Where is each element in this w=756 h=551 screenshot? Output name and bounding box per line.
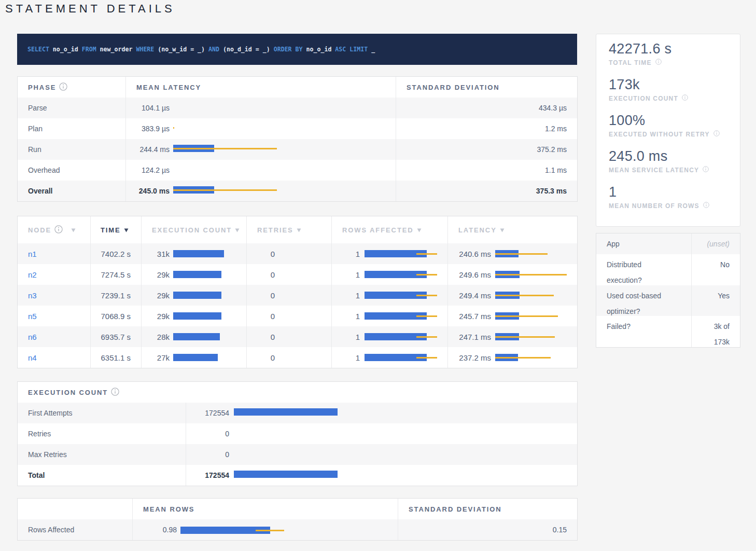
stddev-line [173,127,174,129]
stddev-line [416,336,437,338]
stat-value: 42271.6 s [609,40,727,58]
info-icon[interactable] [59,82,67,92]
node-retries-cell: 0 [246,243,331,264]
stddev-line [416,274,437,276]
stddev-line [416,315,437,317]
node-table-header-rows-affected[interactable]: ROWS AFFECTED [331,216,447,243]
node-row-n5: n5 7068.9 s 29k 0 1 245.7 ms [18,306,577,326]
rows-affected-bar [365,285,442,306]
stddev-value: 1.2 ms [396,118,577,139]
rows-affected-value: 1 [342,270,360,279]
mean-bar [173,292,221,299]
node-table-header-execution-count[interactable]: EXECUTION COUNT [141,216,246,243]
node-link[interactable]: n2 [28,270,37,279]
node-time: 7274.5 s [90,264,141,285]
info-icon[interactable] [655,58,662,67]
mean-latency-cell: 245.0 ms [125,181,396,201]
execution-count-value: 31k [152,250,170,258]
execution-count-bar [173,243,229,264]
stddev-line [173,189,277,191]
stat-label: MEAN SERVICE LATENCY [609,166,727,175]
execution-count-label: First Attempts [18,403,186,423]
execution-count-bar [234,403,338,423]
node-id-cell: n3 [18,285,90,306]
latency-value: 240.6 ms [458,250,491,258]
details-label: App [596,233,691,254]
details-row: Used cost-based optimizer? Yes [596,285,740,316]
phase-table-header-standard-deviation: STANDARD DEVIATION [396,77,577,98]
phase-row-plan: Plan 383.9 µs 1.2 ms [18,118,577,139]
details-label: Distributed execution? [596,254,691,285]
stddev-value: 0.15 [398,519,577,540]
latency-bar [495,243,572,264]
node-rows-affected-cell: 1 [331,326,447,347]
latency-value: 247.1 ms [458,333,491,341]
latency-value: 249.4 ms [458,291,491,300]
sql-keyword: WHERE [136,46,154,53]
mean-bar [173,312,221,320]
retries-value: 0 [257,312,275,321]
phase-name: Run [18,139,125,160]
node-rows-affected-cell: 1 [331,306,447,326]
execution-count-bar [234,465,338,486]
node-execution-count-cell: 28k [141,326,246,347]
execution-count-label: Total [18,465,186,486]
info-icon[interactable] [111,388,119,397]
mean-bar [173,250,224,257]
execution-count-value: 0 [186,430,229,438]
phase-row-overall: Overall 245.0 ms 375.3 ms [18,181,577,201]
mean-latency-value: 104.1 µs [126,104,170,112]
mean-latency-value: 244.4 ms [126,145,170,154]
rows-affected-table: MEAN ROWS STANDARD DEVIATION Rows Affect… [17,498,578,541]
node-table-header-node[interactable]: NODE [18,216,90,243]
latency-bar [173,118,277,139]
sort-arrow-icon [417,226,422,234]
sort-arrow-icon [71,226,76,234]
node-latency-cell: 245.7 ms [447,306,577,326]
info-icon[interactable] [682,94,688,103]
summary-stats-card: 42271.6 s TOTAL TIME 173k EXECUTION COUN… [596,34,740,227]
mean-rows-cell: 0.98 [132,519,398,540]
mean-latency-cell: 124.2 µs [125,160,396,181]
node-retries-cell: 0 [246,306,331,326]
rows-affected-value: 1 [342,312,360,321]
node-execution-count-cell: 27k [141,347,246,368]
node-link[interactable]: n6 [28,333,37,341]
rows-affected-bar [365,326,442,347]
mean-latency-cell: 104.1 µs [125,98,396,118]
stddev-value: 375.3 ms [396,181,577,201]
sql-keyword: FROM [82,46,96,53]
node-id-cell: n1 [18,243,90,264]
phase-row-run: Run 244.4 ms 375.2 ms [18,139,577,160]
node-link[interactable]: n4 [28,353,37,362]
stat-label: EXECUTION COUNT [609,94,727,103]
sql-identifier: (no_w_id = _) [154,46,208,53]
info-icon[interactable] [54,225,63,235]
node-time: 7239.1 s [90,285,141,306]
node-row-n1: n1 7402.2 s 31k 0 1 240.6 ms [18,243,577,264]
node-table-header-latency[interactable]: LATENCY [447,216,577,243]
info-icon[interactable] [703,166,709,175]
node-table-header-time[interactable]: TIME [90,216,141,243]
info-icon[interactable] [713,130,720,139]
rows-table-header-mean-rows: MEAN ROWS [132,499,398,519]
stat-value: 173k [609,76,727,93]
node-link[interactable]: n1 [28,250,37,258]
execution-count-value: 28k [152,333,170,341]
info-icon[interactable] [703,201,709,211]
node-link[interactable]: n3 [28,291,37,300]
retries-value: 0 [257,291,275,300]
execution-count-row: Total 172554 [18,465,577,486]
rows-table-header-standard-deviation: STANDARD DEVIATION [398,499,577,519]
node-table-header-retries[interactable]: RETRIES [246,216,331,243]
node-execution-count-cell: 29k [141,285,246,306]
rows-affected-bar [365,264,442,285]
node-row-n6: n6 6935.7 s 28k 0 1 247.1 ms [18,326,577,347]
latency-bar [495,306,572,326]
phase-row-overhead: Overhead 124.2 µs 1.1 ms [18,160,577,181]
sql-identifier: no_o_id [303,46,335,53]
node-link[interactable]: n5 [28,312,37,321]
node-time: 7068.9 s [90,306,141,326]
node-rows-affected-cell: 1 [331,243,447,264]
mean-bar [173,271,221,278]
